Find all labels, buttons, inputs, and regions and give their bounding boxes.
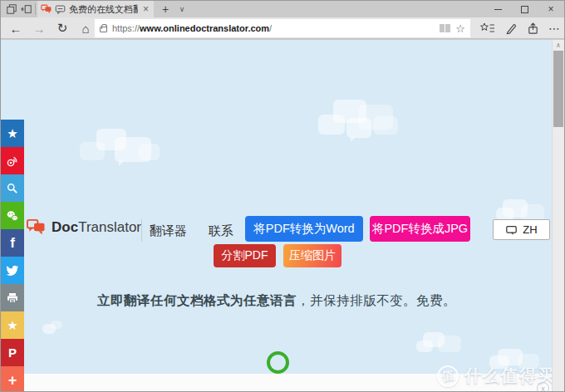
nav-link-contact[interactable]: 联系 (209, 223, 233, 239)
facebook-icon: f (10, 236, 15, 250)
browser-toolbar: ← → ↻ ⌂ https://www.onlinedoctranslator.… (1, 17, 564, 39)
share-weibo-button[interactable] (1, 147, 24, 174)
maximize-button[interactable] (511, 1, 538, 17)
share-more-button[interactable]: + (1, 366, 24, 391)
browser-window: 免费的在线文档翻译 × + ∨ × ← → ↻ ⌂ https://www.on… (0, 0, 565, 392)
url-text: https://www.onlinedoctranslator.com/ (112, 23, 435, 33)
language-selector-button[interactable]: ZH (493, 219, 550, 240)
back-button[interactable]: ← (6, 20, 26, 37)
share-wechat-button[interactable] (1, 202, 24, 229)
new-tab-button[interactable]: + (159, 2, 172, 17)
page-content: ★ f ★ P (1, 40, 564, 391)
refresh-button[interactable]: ↻ (52, 20, 72, 37)
language-label: ZH (523, 223, 537, 236)
split-pdf-button[interactable]: 分割PDF (214, 244, 276, 267)
page-scrollbar[interactable]: ∧ (552, 40, 564, 391)
twitter-icon (6, 264, 19, 277)
speech-bubble-icon (55, 4, 66, 15)
web-note-pen-icon[interactable] (501, 20, 521, 37)
wechat-icon (6, 209, 19, 223)
favorites-hub-icon[interactable] (478, 20, 498, 37)
loading-spinner-ring (267, 351, 289, 374)
language-bubble-icon (505, 224, 518, 236)
pdf-to-jpg-button[interactable]: 将PDF转换成JPG (370, 216, 470, 242)
window-controls: × (484, 1, 564, 17)
tabs-aside-icon[interactable] (19, 2, 34, 16)
browser-titlebar: 免费的在线文档翻译 × + ∨ × (1, 1, 564, 17)
share-qzone-button[interactable]: ★ (1, 120, 24, 147)
header-divider (141, 219, 142, 242)
scrollbar-thumb[interactable] (553, 51, 563, 127)
smzdm-badge-icon: 值 (435, 363, 460, 388)
share-favorites-button[interactable]: ★ (1, 311, 24, 339)
site-logo-text: DocTranslator (52, 219, 141, 236)
browser-tab-doctranslator[interactable]: 免费的在线文档翻译 × (37, 1, 154, 17)
share-tencent-weibo-button[interactable] (1, 174, 24, 202)
tab-title: 免费的在线文档翻译 (69, 3, 138, 16)
tab-close-icon[interactable]: × (141, 3, 150, 15)
address-bar[interactable]: https://www.onlinedoctranslator.com/ ☆ (95, 19, 470, 37)
share-facebook-button[interactable]: f (1, 229, 24, 257)
watermark-close-icon[interactable]: x (537, 382, 549, 391)
share-pinterest-button[interactable]: P (1, 339, 24, 366)
scroll-up-icon[interactable]: ∧ (553, 40, 564, 51)
share-sidebar: ★ f ★ P (1, 120, 24, 391)
doctranslator-favicon (41, 4, 52, 14)
titlebar-divider (35, 3, 36, 15)
home-button[interactable]: ⌂ (76, 20, 96, 37)
favorites-star-icon: ★ (7, 319, 17, 331)
site-logo[interactable]: DocTranslator (26, 218, 141, 236)
tab-dropdown-icon[interactable]: ∨ (175, 2, 189, 17)
reading-view-icon[interactable] (440, 24, 450, 32)
forward-button[interactable]: → (29, 20, 49, 37)
tencent-weibo-icon (6, 182, 19, 195)
share-icon[interactable] (523, 20, 543, 37)
tab-preview-icon[interactable] (4, 2, 19, 16)
add-favorite-star-icon[interactable]: ☆ (455, 22, 465, 35)
page-headline: 立即翻译任何文档格式为任意语言，并保持排版不变。免费。 (1, 292, 553, 310)
qzone-star-icon: ★ (7, 127, 17, 140)
settings-more-icon[interactable]: ⋯ (544, 20, 564, 37)
pdf-to-word-button[interactable]: 将PDF转换为Word (245, 216, 363, 242)
weibo-icon (6, 154, 19, 168)
add-more-icon: + (8, 373, 17, 388)
nav-link-translator[interactable]: 翻译器 (150, 223, 187, 239)
pinterest-icon: P (8, 346, 17, 359)
close-button[interactable]: × (538, 1, 564, 17)
minimize-button[interactable] (484, 1, 511, 17)
share-twitter-button[interactable] (1, 257, 24, 284)
doctranslator-logo-icon (26, 218, 46, 236)
compress-image-button[interactable]: 压缩图片 (283, 244, 341, 267)
lock-icon (100, 27, 107, 32)
